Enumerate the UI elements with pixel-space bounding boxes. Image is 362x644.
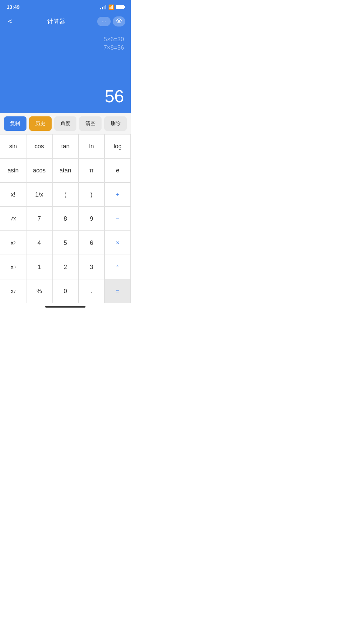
app-header: < 计算器 ··· <box>0 12 131 33</box>
action-row: 复制 历史 角度 清空 删除 <box>0 113 131 134</box>
angle-button[interactable]: 角度 <box>54 116 77 131</box>
key-square[interactable]: x2 <box>0 231 26 255</box>
history-item-1: 5×6=30 <box>104 36 124 43</box>
key-pi[interactable]: π <box>78 158 105 182</box>
key-6[interactable]: 6 <box>78 231 105 255</box>
key-factorial[interactable]: x! <box>0 182 26 207</box>
svg-point-0 <box>118 20 120 22</box>
display-area: 5×6=30 7×8=56 56 <box>0 33 131 113</box>
key-reciprocal[interactable]: 1/x <box>26 182 52 207</box>
key-percent[interactable]: % <box>26 279 52 303</box>
key-acos[interactable]: acos <box>26 158 52 182</box>
battery-icon <box>116 5 124 9</box>
key-plus[interactable]: + <box>105 182 131 207</box>
more-button[interactable]: ··· <box>97 17 111 26</box>
page-title: 计算器 <box>47 17 65 25</box>
key-open-paren[interactable]: ( <box>52 182 78 207</box>
header-actions: ··· <box>97 16 125 26</box>
delete-button[interactable]: 删除 <box>104 116 127 131</box>
key-4[interactable]: 4 <box>26 231 52 255</box>
key-divide[interactable]: ÷ <box>105 255 131 279</box>
status-time: 13:49 <box>7 4 19 10</box>
key-close-paren[interactable]: ) <box>78 182 105 207</box>
key-5[interactable]: 5 <box>52 231 78 255</box>
key-cube[interactable]: x3 <box>0 255 26 279</box>
key-asin[interactable]: asin <box>0 158 26 182</box>
eye-button[interactable] <box>113 16 125 26</box>
home-bar <box>45 306 85 308</box>
key-9[interactable]: 9 <box>78 207 105 231</box>
key-multiply[interactable]: × <box>105 231 131 255</box>
key-0[interactable]: 0 <box>52 279 78 303</box>
key-atan[interactable]: atan <box>52 158 78 182</box>
eye-icon <box>116 18 122 25</box>
key-tan[interactable]: tan <box>52 134 78 158</box>
key-cos[interactable]: cos <box>26 134 52 158</box>
calculator-keypad: sin cos tan ln log asin acos atan π e x!… <box>0 134 131 303</box>
key-power[interactable]: xy <box>0 279 26 303</box>
clear-button[interactable]: 清空 <box>79 116 102 131</box>
key-2[interactable]: 2 <box>52 255 78 279</box>
key-ln[interactable]: ln <box>78 134 105 158</box>
key-dot[interactable]: . <box>78 279 105 303</box>
key-minus[interactable]: − <box>105 207 131 231</box>
home-indicator <box>0 303 131 312</box>
key-equals[interactable]: = <box>105 279 131 303</box>
wifi-icon: 📶 <box>108 4 114 10</box>
key-7[interactable]: 7 <box>26 207 52 231</box>
copy-button[interactable]: 复制 <box>4 116 26 131</box>
history-button[interactable]: 历史 <box>29 116 52 131</box>
current-result: 56 <box>7 86 124 106</box>
key-log[interactable]: log <box>105 134 131 158</box>
back-button[interactable]: < <box>5 16 15 27</box>
signal-icon <box>100 5 106 9</box>
status-bar: 13:49 📶 <box>0 0 131 12</box>
status-icons: 📶 <box>100 4 124 10</box>
key-sqrt[interactable]: √x <box>0 207 26 231</box>
key-3[interactable]: 3 <box>78 255 105 279</box>
key-e[interactable]: e <box>105 158 131 182</box>
key-8[interactable]: 8 <box>52 207 78 231</box>
history-item-2: 7×8=56 <box>104 44 124 51</box>
history-section: 5×6=30 7×8=56 <box>7 36 124 51</box>
key-sin[interactable]: sin <box>0 134 26 158</box>
key-1[interactable]: 1 <box>26 255 52 279</box>
